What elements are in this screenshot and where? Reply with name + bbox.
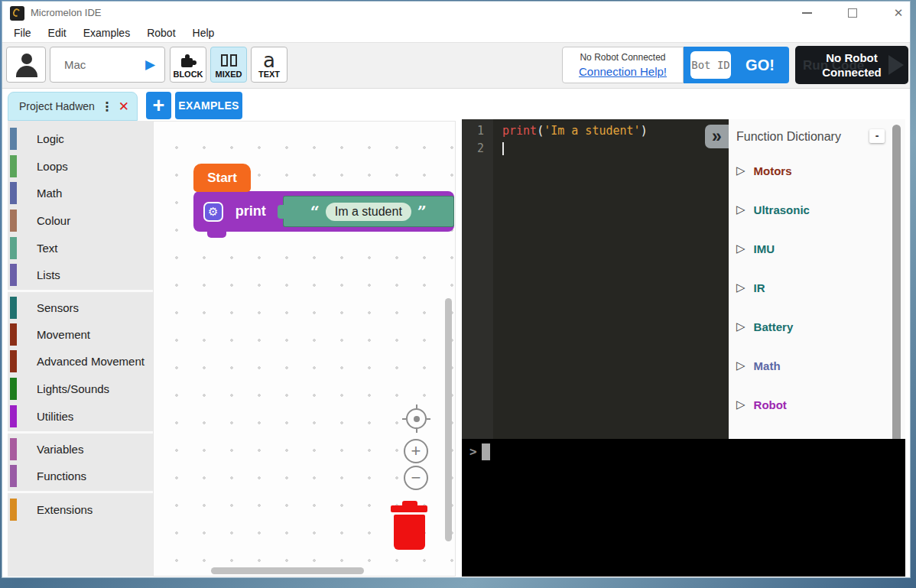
expand-triangle-icon: ▷ bbox=[736, 398, 745, 411]
user-account-button[interactable] bbox=[6, 47, 46, 83]
minimize-icon bbox=[802, 12, 812, 14]
menu-examples[interactable]: Examples bbox=[75, 27, 138, 39]
code-line-1: print('Im a student') bbox=[493, 122, 648, 140]
add-tab-button[interactable]: + bbox=[146, 92, 171, 119]
expand-triangle-icon: ▷ bbox=[736, 164, 745, 177]
app-title: Micromelon IDE bbox=[31, 7, 101, 18]
puzzle-icon bbox=[180, 54, 197, 67]
toolbox-item-advanced-movement[interactable]: Advanced Movement bbox=[8, 347, 153, 375]
workspace-vertical-scrollbar[interactable] bbox=[445, 298, 452, 541]
console-panel[interactable]: > bbox=[462, 439, 905, 577]
text-cursor bbox=[502, 142, 504, 155]
tab-bar: Project Hadwen ⋮ ✕ + EXAMPLES bbox=[2, 89, 910, 121]
bot-id-input[interactable] bbox=[690, 51, 731, 79]
dictionary-item-math[interactable]: ▷Math bbox=[736, 359, 781, 372]
expand-triangle-icon: ▷ bbox=[736, 242, 745, 255]
code-line-2 bbox=[493, 140, 648, 158]
close-quote-icon: ” bbox=[417, 208, 427, 216]
dictionary-item-ultrasonic[interactable]: ▷Ultrasonic bbox=[736, 203, 810, 216]
recenter-button[interactable] bbox=[406, 408, 427, 429]
toolbox-divider bbox=[8, 431, 153, 434]
maximize-button[interactable] bbox=[841, 5, 864, 21]
zoom-out-button[interactable]: − bbox=[404, 466, 428, 490]
connection-panel: No Robot Connected Connection Help! bbox=[562, 47, 684, 83]
expand-triangle-icon: ▷ bbox=[736, 359, 745, 372]
workspace-horizontal-scrollbar[interactable] bbox=[211, 567, 364, 574]
close-icon: ✕ bbox=[894, 6, 904, 20]
toolbox-item-text[interactable]: Text bbox=[8, 234, 153, 262]
expand-triangle-icon: ▷ bbox=[736, 320, 745, 333]
dictionary-collapse-button[interactable]: - bbox=[869, 129, 885, 143]
user-icon bbox=[21, 54, 32, 64]
open-quote-icon: “ bbox=[310, 208, 320, 216]
trash-button[interactable] bbox=[391, 501, 429, 551]
mode-block-button[interactable]: BLOCK bbox=[170, 47, 206, 83]
tab-menu-icon[interactable]: ⋮ bbox=[96, 99, 119, 114]
dictionary-item-imu[interactable]: ▷IMU bbox=[736, 242, 775, 255]
block-workspace[interactable]: Start ⚙ print “ Im a student ” + − bbox=[153, 121, 456, 577]
close-button[interactable]: ✕ bbox=[887, 5, 910, 21]
toolbox-item-functions[interactable]: Functions bbox=[8, 462, 153, 489]
menu-file[interactable]: File bbox=[5, 27, 40, 39]
menu-robot[interactable]: Robot bbox=[138, 27, 184, 39]
tab-project-label: Project Hadwen bbox=[19, 100, 96, 112]
crosshair-icon bbox=[414, 416, 420, 422]
menu-bar: File Edit Examples Robot Help bbox=[2, 23, 910, 42]
dictionary-item-ir[interactable]: ▷IR bbox=[736, 281, 765, 294]
dictionary-scrollbar[interactable] bbox=[892, 125, 901, 484]
console-prompt: > bbox=[469, 444, 477, 459]
title-bar bbox=[2, 2, 910, 23]
print-block-label: print bbox=[235, 203, 266, 219]
dictionary-item-motors[interactable]: ▷Motors bbox=[736, 164, 792, 177]
toolbox-item-movement[interactable]: Movement bbox=[8, 320, 153, 348]
toolbox-item-extensions[interactable]: Extensions bbox=[8, 495, 153, 523]
menu-help[interactable]: Help bbox=[184, 27, 223, 39]
token-paren: ) bbox=[641, 124, 648, 138]
token-paren: ( bbox=[537, 124, 544, 138]
string-connector-tab bbox=[278, 205, 284, 219]
zoom-in-button[interactable]: + bbox=[404, 439, 428, 463]
string-block[interactable]: “ Im a student ” bbox=[283, 196, 454, 227]
menu-edit[interactable]: Edit bbox=[40, 27, 75, 39]
code-editor[interactable]: 1 2 print('Im a student') » bbox=[462, 119, 729, 439]
toolbox-item-math[interactable]: Math bbox=[8, 179, 153, 206]
minimize-button[interactable] bbox=[795, 5, 818, 21]
toolbox-divider bbox=[8, 491, 153, 493]
mode-text-button[interactable]: a TEXT bbox=[251, 47, 287, 83]
go-button[interactable]: GO! bbox=[731, 57, 789, 74]
connection-help-link[interactable]: Connection Help! bbox=[579, 65, 667, 78]
mutator-gear-icon[interactable]: ⚙ bbox=[203, 202, 223, 222]
string-value-field[interactable]: Im a student bbox=[326, 203, 411, 221]
line-number-gutter: 1 2 bbox=[462, 119, 493, 439]
toolbox-item-logic[interactable]: Logic bbox=[8, 125, 153, 152]
toolbox-item-sensors[interactable]: Sensors bbox=[8, 294, 153, 321]
robot-select-value: Mac bbox=[64, 58, 145, 71]
tab-close-icon[interactable]: ✕ bbox=[119, 99, 129, 115]
examples-button[interactable]: EXAMPLES bbox=[175, 92, 242, 119]
toolbox-item-lights-sounds[interactable]: Lights/Sounds bbox=[8, 375, 153, 402]
tab-project[interactable]: Project Hadwen ⋮ ✕ bbox=[8, 92, 138, 121]
function-dictionary-panel: Function Dictionary - ▷Motors ▷Ultrasoni… bbox=[729, 119, 905, 439]
dropdown-arrow-icon: ▶ bbox=[145, 57, 155, 73]
mode-mixed-button[interactable]: MIXED bbox=[210, 47, 247, 83]
print-block[interactable]: ⚙ print “ Im a student ” bbox=[193, 191, 454, 232]
block-bottom-connector bbox=[207, 232, 226, 238]
expand-triangle-icon: ▷ bbox=[736, 281, 745, 294]
app-logo-icon bbox=[10, 6, 24, 21]
run-code-button[interactable]: Run Code No Robot Connected bbox=[795, 46, 908, 84]
dictionary-item-battery[interactable]: ▷Battery bbox=[736, 320, 793, 333]
dictionary-item-robot[interactable]: ▷Robot bbox=[736, 398, 787, 411]
start-block[interactable]: Start bbox=[193, 164, 251, 192]
connection-status: No Robot Connected bbox=[580, 52, 665, 63]
expand-triangle-icon: ▷ bbox=[736, 203, 745, 216]
run-button-status: No Robot Connected bbox=[795, 51, 908, 80]
block-toolbox: Logic Loops Math Colour Text Lists Senso… bbox=[8, 121, 153, 577]
toolbox-item-lists[interactable]: Lists bbox=[8, 261, 153, 288]
editor-collapse-button[interactable]: » bbox=[705, 125, 729, 148]
toolbox-item-utilities[interactable]: Utilities bbox=[8, 402, 153, 430]
toolbox-item-variables[interactable]: Variables bbox=[8, 435, 153, 463]
toolbox-divider bbox=[8, 290, 153, 292]
toolbox-item-loops[interactable]: Loops bbox=[8, 152, 153, 180]
robot-select-dropdown[interactable]: Mac ▶ bbox=[50, 47, 165, 83]
toolbox-item-colour[interactable]: Colour bbox=[8, 206, 153, 234]
